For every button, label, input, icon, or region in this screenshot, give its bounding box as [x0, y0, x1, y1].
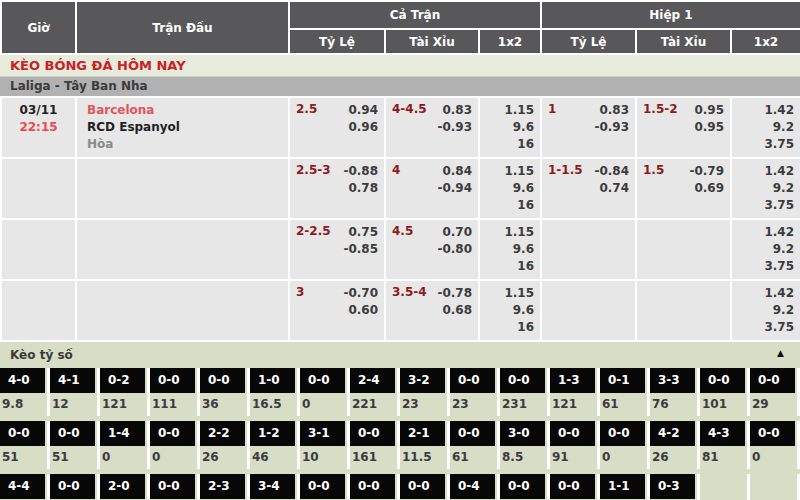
score-cell[interactable]: 0-00: [600, 421, 650, 469]
score-cell[interactable]: 1-3121: [550, 368, 600, 416]
score-cell[interactable]: 0-0231: [500, 368, 550, 416]
score-cell[interactable]: 2-226: [200, 421, 250, 469]
score-cell[interactable]: 3-223: [400, 368, 450, 416]
ft-handicap-cell[interactable]: 2.5-3-0.880.78: [289, 158, 385, 219]
score-label: 2-1: [400, 421, 445, 446]
1x2-value: 3.75: [738, 136, 794, 153]
score-cell[interactable]: 1-40: [100, 421, 150, 469]
score-cell[interactable]: 0-0191: [550, 474, 600, 500]
match-teams-cell: [76, 219, 289, 280]
score-cell[interactable]: 0-014: [300, 474, 350, 500]
score-cell[interactable]: 0-023: [450, 368, 500, 416]
score-cell[interactable]: 4-4221: [0, 474, 50, 500]
score-label: 0-0: [550, 421, 595, 446]
1x2-value: 9.2: [738, 241, 794, 258]
h1-overunder-cell[interactable]: 1.5-0.790.69: [636, 158, 731, 219]
score-cell[interactable]: 0-017: [50, 474, 100, 500]
odds-top: -0.88: [343, 163, 378, 180]
odds-bottom: 0.95: [694, 119, 724, 136]
score-cell[interactable]: 3-08.5: [500, 421, 550, 469]
score-cell[interactable]: 4-09.8: [0, 368, 50, 416]
odds-table-header: Giờ Trận Đấu Cả Trận Hiệp 1 Tỷ Lệ Tài Xỉ…: [1, 1, 800, 54]
score-odds-value: 26: [650, 446, 697, 467]
collapse-arrow-icon[interactable]: ▲: [777, 349, 784, 358]
score-cell[interactable]: 0-061: [450, 421, 500, 469]
ft-1x2-cell[interactable]: 1.159.616: [479, 219, 541, 280]
ft-overunder-cell[interactable]: 4-4.50.83-0.93: [385, 97, 479, 158]
score-odds-value: 12: [50, 393, 97, 414]
match-teams-cell[interactable]: BarcelonaRCD EspanyolHòa: [76, 97, 289, 158]
h1-overunder-cell[interactable]: 1.5-20.950.95: [636, 97, 731, 158]
score-cell[interactable]: 4-226: [650, 421, 700, 469]
score-cell[interactable]: 4-112: [50, 368, 100, 416]
score-cell[interactable]: 0-2121: [100, 368, 150, 416]
score-cell[interactable]: 0-051: [0, 421, 50, 469]
odds-bottom: -0.93: [594, 119, 629, 136]
score-cell[interactable]: 1-120: [600, 474, 650, 500]
score-odds-value: 0: [750, 446, 797, 467]
score-cell[interactable]: 3-376: [650, 368, 700, 416]
1x2-value: 1.15: [486, 285, 534, 302]
ft-1x2-cell[interactable]: 1.159.616: [479, 97, 541, 158]
h1-handicap-cell[interactable]: 10.83-0.93: [541, 97, 636, 158]
odds-rows: 03/1122:15BarcelonaRCD EspanyolHòa2.50.9…: [1, 97, 800, 341]
h1-1x2-cell[interactable]: 1.429.23.75: [731, 97, 800, 158]
score-cell[interactable]: 0-00: [300, 368, 350, 416]
score-cell[interactable]: 2-4221: [350, 368, 400, 416]
score-label: 2-3: [200, 474, 245, 499]
odds-values: -0.790.69: [689, 163, 724, 197]
col-header-h1-overunder: Tài Xỉu: [636, 29, 731, 54]
score-odds-value: 76: [650, 393, 697, 414]
score-cell[interactable]: 2-111.5: [400, 421, 450, 469]
ft-overunder-cell[interactable]: 4.50.70-0.80: [385, 219, 479, 280]
h1-1x2-cell[interactable]: 1.429.23.75: [731, 280, 800, 341]
score-cell[interactable]: 0-0171: [400, 474, 450, 500]
score-cell[interactable]: 0-0161: [350, 421, 400, 469]
ft-overunder-cell[interactable]: 3.5-4-0.780.68: [385, 280, 479, 341]
1x2-values: 1.429.23.75: [738, 285, 794, 336]
handicap-label: 3: [296, 285, 304, 299]
ft-handicap-cell[interactable]: 2-2.50.75-0.85: [289, 219, 385, 280]
score-cell[interactable]: 0-036: [200, 368, 250, 416]
score-cell[interactable]: 0-029: [750, 368, 800, 416]
score-cell[interactable]: 0-0101: [700, 368, 750, 416]
h1-overunder-cell: [636, 219, 731, 280]
handicap-label: 3.5-4: [392, 285, 427, 299]
score-cell[interactable]: 0-161: [600, 368, 650, 416]
1x2-value: 3.75: [738, 258, 794, 275]
score-cell: [700, 474, 750, 500]
1x2-values: 1.159.616: [486, 285, 534, 336]
ft-handicap-cell[interactable]: 3-0.700.60: [289, 280, 385, 341]
score-cell[interactable]: 3-110: [300, 421, 350, 469]
h1-1x2-cell[interactable]: 1.429.23.75: [731, 219, 800, 280]
1x2-value: 1.42: [738, 285, 794, 302]
score-cell[interactable]: 0-30: [650, 474, 700, 500]
score-cell[interactable]: 0-0181: [350, 474, 400, 500]
score-cell[interactable]: 1-246: [250, 421, 300, 469]
ft-1x2-cell[interactable]: 1.159.616: [479, 280, 541, 341]
score-cell[interactable]: 0-00: [150, 421, 200, 469]
handicap-label: 1.5: [643, 163, 664, 177]
odds-bottom: 0.69: [689, 180, 724, 197]
score-cell[interactable]: 0-091: [550, 421, 600, 469]
score-cell[interactable]: 0-00: [750, 421, 800, 469]
score-label: 3-3: [650, 368, 695, 393]
ft-overunder-cell[interactable]: 40.84-0.94: [385, 158, 479, 219]
score-cell[interactable]: 3-4211: [250, 474, 300, 500]
col-header-match: Trận Đấu: [76, 1, 289, 54]
h1-1x2-cell[interactable]: 1.429.23.75: [731, 158, 800, 219]
1x2-values: 1.429.23.75: [738, 163, 794, 214]
ft-1x2-cell[interactable]: 1.159.616: [479, 158, 541, 219]
h1-handicap-cell[interactable]: 1-1.5-0.840.74: [541, 158, 636, 219]
score-cell[interactable]: 0-0111: [150, 474, 200, 500]
score-cell[interactable]: 0-40: [450, 474, 500, 500]
score-cell[interactable]: 2-381: [200, 474, 250, 500]
score-cell[interactable]: 1-016.5: [250, 368, 300, 416]
odds-top: 0.83: [437, 102, 472, 119]
ft-handicap-cell[interactable]: 2.50.940.96: [289, 97, 385, 158]
score-cell[interactable]: 0-046: [500, 474, 550, 500]
score-cell[interactable]: 2-09.8: [100, 474, 150, 500]
score-cell[interactable]: 0-051: [50, 421, 100, 469]
score-cell[interactable]: 4-381: [700, 421, 750, 469]
score-cell[interactable]: 0-0111: [150, 368, 200, 416]
